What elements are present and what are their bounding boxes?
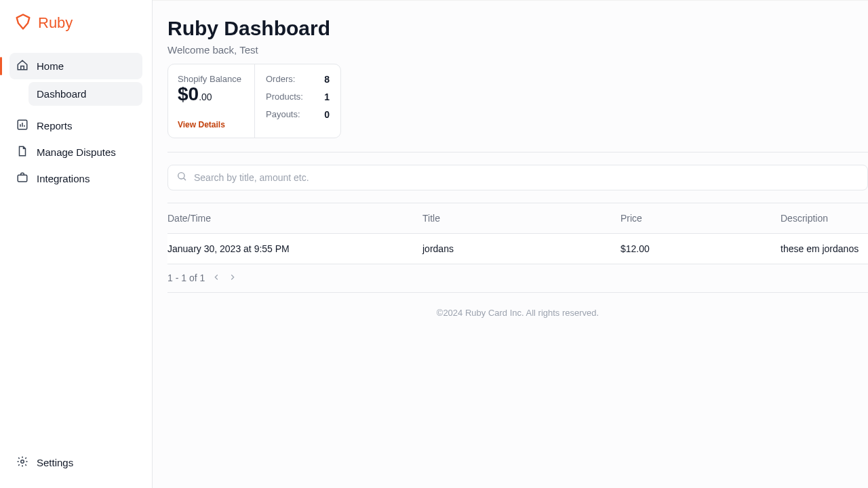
sidebar-item-integrations[interactable]: Integrations <box>9 165 142 192</box>
orders-table: Date/Time Title Price Description Januar… <box>167 203 868 264</box>
sidebar-item-label: Home <box>37 60 64 72</box>
search-box[interactable] <box>167 165 868 190</box>
stat-label: Products: <box>266 92 303 102</box>
stat-value: 1 <box>324 92 330 102</box>
document-icon <box>16 145 28 159</box>
brand-name: Ruby <box>38 14 73 32</box>
sidebar: Ruby Home Dashboard Reports Manage Dispu… <box>0 0 153 488</box>
stat-row-payouts: Payouts: 0 <box>266 109 330 120</box>
svg-rect-1 <box>18 175 27 182</box>
chevron-left-icon[interactable] <box>212 272 221 284</box>
stat-label: Orders: <box>266 74 295 85</box>
chevron-right-icon[interactable] <box>228 272 237 284</box>
cell-title: jordans <box>422 243 620 254</box>
brand-logo: Ruby <box>0 12 152 34</box>
sidebar-item-settings[interactable]: Settings <box>9 449 142 476</box>
table-row[interactable]: January 30, 2023 at 9:55 PM jordans $12.… <box>167 234 868 264</box>
ruby-icon <box>14 12 33 34</box>
col-price: Price <box>620 213 781 224</box>
col-desc: Description <box>781 213 868 224</box>
main: Ruby Dashboard Welcome back, Test Shopif… <box>153 0 868 488</box>
sidebar-item-label: Settings <box>37 457 73 468</box>
col-title: Title <box>422 213 620 224</box>
search-icon <box>176 171 187 184</box>
svg-point-3 <box>178 172 184 178</box>
stat-label: Payouts: <box>266 109 300 120</box>
balance-main: $0 <box>178 83 199 104</box>
sidebar-subitem-dashboard[interactable]: Dashboard <box>28 82 142 106</box>
sidebar-item-label: Reports <box>37 120 73 131</box>
sidebar-item-disputes[interactable]: Manage Disputes <box>9 139 142 165</box>
cell-desc: these em jordanos <box>781 243 868 254</box>
chart-icon <box>16 119 28 133</box>
stat-value: 8 <box>324 74 330 85</box>
briefcase-icon <box>16 171 28 186</box>
welcome-text: Welcome back, Test <box>167 44 868 56</box>
search-input[interactable] <box>194 172 859 183</box>
stat-row-orders: Orders: 8 <box>266 74 330 85</box>
sidebar-subitem-label: Dashboard <box>37 88 86 100</box>
pagination: 1 - 1 of 1 <box>167 264 868 293</box>
page-title: Ruby Dashboard <box>167 17 868 40</box>
balance-cents: .00 <box>199 92 212 102</box>
svg-point-2 <box>21 460 24 464</box>
pagination-text: 1 - 1 of 1 <box>167 272 205 283</box>
sidebar-item-home[interactable]: Home <box>9 53 142 79</box>
balance-label: Shopify Balance <box>178 74 245 84</box>
sidebar-item-label: Manage Disputes <box>37 146 116 158</box>
balance-amount: $0.00 <box>178 84 245 105</box>
col-date: Date/Time <box>167 213 422 224</box>
cell-date: January 30, 2023 at 9:55 PM <box>167 243 422 254</box>
stats-card: Shopify Balance $0.00 View Details Order… <box>167 64 341 138</box>
nav: Home Dashboard Reports Manage Disputes I… <box>0 53 152 449</box>
stat-row-products: Products: 1 <box>266 92 330 102</box>
sidebar-item-reports[interactable]: Reports <box>9 113 142 139</box>
sidebar-item-label: Integrations <box>37 173 90 184</box>
view-details-link[interactable]: View Details <box>178 120 245 129</box>
cell-price: $12.00 <box>620 243 781 254</box>
home-icon <box>16 59 28 73</box>
table-header: Date/Time Title Price Description <box>167 203 868 234</box>
stat-value: 0 <box>324 109 330 120</box>
footer-text: ©2024 Ruby Card Inc. All rights reserved… <box>167 293 868 333</box>
gear-icon <box>16 455 28 470</box>
